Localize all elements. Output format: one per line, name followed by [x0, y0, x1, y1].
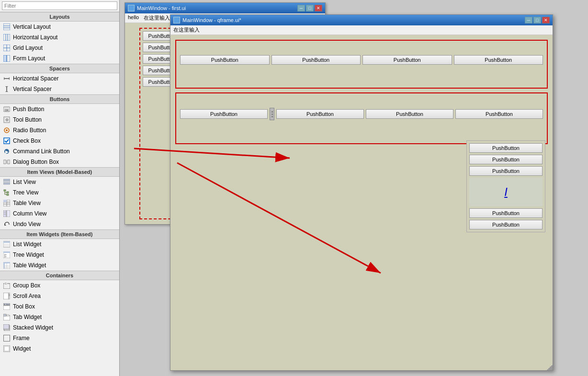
menu-input-first[interactable]: 在这里输入: [144, 14, 170, 22]
mid-pushbtn-4[interactable]: PushButton: [455, 109, 543, 119]
sidebar-item-group-box[interactable]: G Group Box: [0, 280, 119, 291]
sidebar-item-list-widget[interactable]: List Widget: [0, 239, 119, 250]
svg-rect-58: [3, 262, 5, 269]
top-pushbtn-3[interactable]: PushButton: [362, 55, 452, 65]
right-pushbtn-2[interactable]: PushButton: [469, 155, 543, 164]
sidebar-item-command-link-button[interactable]: ▶ Command Link Button: [0, 146, 119, 157]
qframe-canvas: PushButton PushButton PushButton PushBut…: [170, 35, 553, 370]
sidebar-item-grid-layout[interactable]: Grid Layout: [0, 43, 119, 53]
label-form-layout: Form Layout: [13, 55, 45, 62]
label-list-widget: List Widget: [13, 241, 41, 248]
svg-rect-79: [4, 346, 9, 351]
label-command-link-button: Command Link Button: [13, 148, 70, 155]
push-btn-icon: OK: [3, 105, 11, 113]
svg-rect-10: [7, 55, 10, 62]
filter-input[interactable]: [2, 1, 117, 10]
right-pushbtn-4[interactable]: PushButton: [469, 208, 543, 218]
label-grid-layout: Grid Layout: [13, 45, 43, 51]
maximize-btn-first[interactable]: □: [306, 5, 314, 11]
sidebar-item-undo-view[interactable]: Undo View: [0, 219, 119, 229]
top-pushbtn-4[interactable]: PushButton: [454, 55, 543, 65]
qframe-title: MainWindow - qframe.ui*: [182, 17, 241, 23]
sidebar-item-widget[interactable]: Widget: [0, 343, 119, 354]
svg-rect-76: [3, 324, 9, 329]
sidebar-item-stacked-widget[interactable]: Stacked Widget: [0, 322, 119, 333]
svg-rect-48: [3, 241, 10, 243]
svg-rect-52: [3, 251, 10, 253]
label-frame: Frame: [13, 335, 30, 342]
close-btn-first[interactable]: ✕: [315, 5, 322, 11]
right-pushbtn-1[interactable]: PushButton: [469, 143, 543, 153]
sidebar-item-tool-button[interactable]: ⚙ Tool Button: [0, 114, 119, 125]
tab-widget-icon: [3, 313, 11, 321]
sidebar-item-list-view[interactable]: List View: [0, 177, 119, 187]
layout-h-icon: [3, 34, 11, 41]
sidebar-item-push-button[interactable]: OK Push Button: [0, 104, 119, 114]
mid-pushbtn-1[interactable]: PushButton: [180, 109, 268, 119]
check-box-icon: [3, 137, 11, 145]
svg-marker-16: [5, 91, 8, 92]
sidebar-item-frame[interactable]: Frame: [0, 333, 119, 343]
right-pushbtn-3[interactable]: PushButton: [469, 166, 543, 176]
svg-rect-32: [7, 192, 9, 193]
top-pushbtn-2[interactable]: PushButton: [271, 55, 361, 65]
svg-rect-0: [3, 23, 10, 30]
sidebar-item-vertical-spacer[interactable]: Vertical Spacer: [0, 84, 119, 94]
sidebar-item-tree-view[interactable]: Tree View: [0, 187, 119, 198]
section-containers: Containers: [0, 271, 119, 280]
label-tree-view: Tree View: [13, 189, 38, 196]
qt-icon-qframe: [173, 17, 180, 23]
sidebar-item-table-view[interactable]: Table View: [0, 198, 119, 208]
sidebar-item-tab-widget[interactable]: Tab Widget: [0, 312, 119, 322]
label-undo-view: Undo View: [13, 221, 41, 228]
sidebar-item-scroll-area[interactable]: Scroll Area: [0, 291, 119, 301]
top-spacer: [180, 65, 543, 84]
sidebar-item-horizontal-layout[interactable]: Horizontal Layout: [0, 32, 119, 43]
top-pushbtn-1[interactable]: PushButton: [180, 55, 270, 65]
maximize-btn-qframe[interactable]: □: [533, 17, 541, 23]
mid-pushbtn-2[interactable]: PushButton: [276, 109, 364, 119]
sidebar-item-table-widget[interactable]: Table Widget: [0, 260, 119, 271]
section-layouts: Layouts: [0, 12, 119, 22]
svg-rect-9: [3, 55, 7, 62]
sidebar-item-form-layout[interactable]: Form Layout: [0, 53, 119, 64]
right-vertical-content: PushButton PushButton PushButton I PushB…: [467, 141, 545, 232]
main-area: MainWindow - first.ui ─ □ ✕ hello 在这里输入 …: [120, 0, 588, 376]
sidebar-item-radio-button[interactable]: Radio Button: [0, 125, 119, 136]
sidebar-item-horizontal-spacer[interactable]: Horizontal Spacer: [0, 73, 119, 84]
svg-rect-77: [3, 335, 10, 342]
label-horizontal-layout: Horizontal Layout: [13, 34, 57, 41]
sidebar-item-dialog-button-box[interactable]: Dialog Button Box: [0, 157, 119, 167]
splitter-handle[interactable]: [270, 108, 274, 120]
resize-grip[interactable]: [547, 365, 553, 370]
label-push-button: Push Button: [13, 106, 44, 113]
menu-hello[interactable]: hello: [128, 14, 139, 22]
mid-pushbtn-3[interactable]: PushButton: [366, 109, 453, 119]
table-widget-icon: [3, 262, 11, 269]
label-horizontal-spacer: Horizontal Spacer: [13, 75, 58, 82]
sidebar-item-check-box[interactable]: Check Box: [0, 136, 119, 146]
section-buttons: Buttons: [0, 94, 119, 104]
svg-rect-26: [3, 160, 6, 164]
label-tool-button: Tool Button: [13, 116, 42, 123]
sidebar-item-column-view[interactable]: Column View: [0, 208, 119, 219]
menu-input-qframe[interactable]: 在这里输入: [173, 26, 200, 34]
top-btn-row: PushButton PushButton PushButton PushBut…: [180, 55, 543, 65]
left-panel: Layouts Vertical Layout Horizontal Layou…: [0, 0, 120, 376]
first-title: MainWindow - first.ui: [137, 5, 186, 11]
window-qframe-ui: MainWindow - qframe.ui* ─ □ ✕ 在这里输入 Push…: [170, 14, 553, 371]
sidebar-item-tool-box[interactable]: ▼ Item Tool Box: [0, 301, 119, 312]
right-pushbtn-5[interactable]: PushButton: [469, 220, 543, 229]
close-btn-qframe[interactable]: ✕: [542, 17, 550, 23]
svg-rect-69: [3, 306, 10, 310]
mid-btn-row: PushButton PushButton PushButton PushBut…: [180, 108, 543, 120]
svg-rect-30: [3, 183, 10, 184]
sidebar-item-vertical-layout[interactable]: Vertical Layout: [0, 22, 119, 32]
tree-view-icon: [3, 189, 11, 196]
sidebar-item-tree-widget[interactable]: Tree Widget: [0, 250, 119, 260]
minimize-btn-qframe[interactable]: ─: [525, 17, 532, 23]
widget-icon: [3, 345, 11, 353]
label-vertical-layout: Vertical Layout: [13, 23, 51, 30]
minimize-btn-first[interactable]: ─: [297, 5, 305, 11]
tree-widget-icon: [3, 251, 11, 259]
